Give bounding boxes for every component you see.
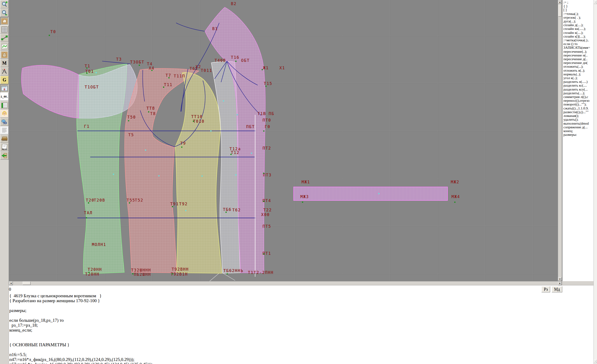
drawing-canvas[interactable]: Т0В2В1Т16Т40ВОБТЖ1Т15Х1Т3Т3ОБТТ4Х4Т1Т01Т… <box>9 0 558 281</box>
pattern-point-label[interactable]: Т22 <box>263 208 272 212</box>
pattern-point-label[interactable]: ПБ2ШНН <box>134 273 151 277</box>
zoom-out-tool[interactable] <box>0 9 9 17</box>
scroll-left-button[interactable]: ◄ <box>9 281 13 285</box>
pattern-point-label[interactable]: Т7 <box>165 73 171 78</box>
generator-g-tool[interactable]: G <box>0 76 9 84</box>
command-item[interactable]: :=точка(.); <box>563 12 594 16</box>
pattern-point-label[interactable]: Т52 <box>135 198 143 202</box>
pattern-point-label[interactable]: ПТ5 <box>263 224 271 229</box>
scroll-right-button[interactable]: ► <box>558 281 562 285</box>
pattern-sheet-tool[interactable] <box>0 17 9 25</box>
spreadsheet-tool[interactable] <box>0 101 9 109</box>
model-photo-tool[interactable] <box>0 110 9 118</box>
curve-sheet-tool[interactable] <box>0 42 9 50</box>
panel-scrollbar[interactable]: ˄ ˅ <box>594 0 597 364</box>
measurements-m-tool[interactable]: M <box>0 59 9 67</box>
pattern-point-label[interactable]: ТБ62ННЬ <box>223 269 244 273</box>
pattern-point-label[interactable]: ПБТ <box>246 125 255 129</box>
code-line[interactable] <box>9 313 594 318</box>
pattern-point-label[interactable]: МЖ2 <box>451 180 459 184</box>
command-item[interactable]: := ; <box>563 0 594 4</box>
pattern-point-label[interactable]: Т92ВНН <box>172 267 189 271</box>
command-item[interactable]: перенос((),отрезо <box>563 99 594 103</box>
command-item[interactable]: симметрия л((),с <box>563 95 594 99</box>
code-line[interactable] <box>9 347 594 352</box>
scroll-down-button[interactable]: ▼ <box>558 277 562 281</box>
pattern-point-label[interactable]: МОЛН1 <box>92 243 106 247</box>
segment-tool[interactable] <box>0 34 9 42</box>
horizontal-scroll-thumb[interactable] <box>23 282 31 285</box>
command-item[interactable]: ЗАПИСАТЬ(имя= <box>563 46 594 49</box>
code-line[interactable]: конец_если; <box>9 328 594 332</box>
command-item[interactable]: { } <box>563 4 594 8</box>
command-item[interactable]: дуга(...); <box>563 19 594 23</box>
pattern-point-label[interactable]: Г0 <box>265 125 270 129</box>
command-item[interactable]: конец; <box>563 129 594 133</box>
code-line[interactable] <box>9 303 594 308</box>
code-line[interactable]: { 4619 Блузка с цельнокроенным воротнико… <box>9 293 594 298</box>
pattern-point-label[interactable]: Т92В1Н <box>171 272 188 276</box>
pattern-point-label[interactable]: Т55 <box>127 198 135 202</box>
pattern-point-label[interactable]: МЖ3 <box>300 195 309 199</box>
zoom-in-tool[interactable] <box>0 0 9 8</box>
code-line[interactable]: если больше(рз_18,рз_17) то <box>9 318 594 323</box>
canvas-vertical-scrollbar[interactable]: ▲ ▼ <box>558 0 562 281</box>
compass-tool[interactable] <box>0 67 9 76</box>
command-item[interactable]: отрезок( . ); <box>563 16 594 19</box>
pattern-point-label[interactable]: Т50 <box>127 115 136 119</box>
pattern-point-label[interactable]: Т11П <box>174 74 185 78</box>
pattern-point-label[interactable]: Г1 <box>84 125 90 129</box>
pattern-point-label[interactable]: МЖ1 <box>302 180 310 184</box>
code-line[interactable]: { ОСНОВНЫЕ ПАРАМЕТРЫ } <box>9 342 594 347</box>
command-item[interactable]: разделить кс(.... <box>563 84 594 87</box>
command-item[interactable]: [ ] <box>563 8 594 12</box>
pattern-point-label[interactable]: Т32ШННН <box>131 268 151 272</box>
canvas-horizontal-scrollbar[interactable]: ◄ ► <box>9 281 562 285</box>
pattern-point-label[interactable]: Х1 <box>279 66 285 70</box>
pattern-point-label[interactable]: В2 <box>231 2 236 6</box>
pattern-point-label[interactable]: Т1ОБТ <box>85 85 99 89</box>
ruler-eight-tool[interactable]: 8 <box>0 84 9 92</box>
pattern-point-label[interactable]: Т16 <box>231 55 239 60</box>
command-item[interactable]: удалить(); <box>563 118 594 121</box>
pattern-point-label[interactable]: Т5 <box>128 133 134 137</box>
pattern-point-label[interactable]: Т40В <box>215 59 226 63</box>
command-item[interactable]: сплайн к(....); <box>563 31 594 34</box>
pattern-point-label[interactable]: ОБТ <box>241 59 250 63</box>
pattern-point-label[interactable]: ТАЛ <box>84 211 93 215</box>
command-item[interactable]: угол к(..); <box>563 76 594 80</box>
pattern-point-label[interactable]: Т9 <box>180 141 186 145</box>
program-code-editor[interactable]: { 4619 Блузка с цельнокроенным воротнико… <box>0 293 594 364</box>
pattern-point-label[interactable]: Т011 <box>201 69 212 72</box>
vertical-scroll-thumb[interactable] <box>558 4 562 16</box>
command-item[interactable]: отложить(...); <box>563 65 594 68</box>
pattern-point-label[interactable]: Ж1 <box>263 66 269 70</box>
document-list-tool[interactable] <box>0 126 9 135</box>
pattern-point-label[interactable]: ПТ2 <box>263 146 271 150</box>
command-item[interactable]: развести((),()..."" <box>563 110 594 114</box>
command-item[interactable]: сплайн к[](....); <box>563 34 594 38</box>
exit-arrow-tool[interactable] <box>0 151 9 160</box>
pattern-point-label[interactable]: Т20 <box>86 198 94 202</box>
code-line[interactable]: { Разработано на размер женщины 170-92-1… <box>9 298 594 303</box>
pattern-point-label[interactable]: Т3ОБТ <box>130 60 144 64</box>
code-line[interactable]: размеры; <box>9 308 594 313</box>
command-item[interactable]: :=метка(точка(.).. <box>563 38 594 42</box>
command-item[interactable]: сплайн кк(.....); <box>563 27 594 31</box>
neck-style-curve[interactable] <box>176 23 205 31</box>
rz-button[interactable]: Рз <box>542 286 550 292</box>
md-button[interactable]: Мд <box>552 286 562 292</box>
command-item[interactable]: нормаль(..); <box>563 72 594 76</box>
pattern-point-label[interactable]: Т0 <box>50 30 56 34</box>
code-line[interactable]: п47:=п16*л_фнк(рз_16,((80,0.29),(112,0.2… <box>9 357 594 362</box>
pattern-point-label[interactable]: Х00 <box>261 213 270 217</box>
scroll-up-button[interactable]: ▲ <box>558 0 562 4</box>
pattern-point-label[interactable]: Т15 <box>264 82 272 86</box>
command-item[interactable]: сжать(()..,1.1.0.9. <box>563 106 594 110</box>
pattern-point-label[interactable]: Т11 <box>164 83 173 87</box>
code-line[interactable] <box>9 337 594 342</box>
command-item[interactable]: если () то <box>563 42 594 46</box>
pattern-point-label[interactable]: Т20НН <box>88 268 102 272</box>
command-item[interactable]: пересечение н(.. <box>563 53 594 57</box>
command-item[interactable]: выполнить(dmod <box>563 122 594 125</box>
